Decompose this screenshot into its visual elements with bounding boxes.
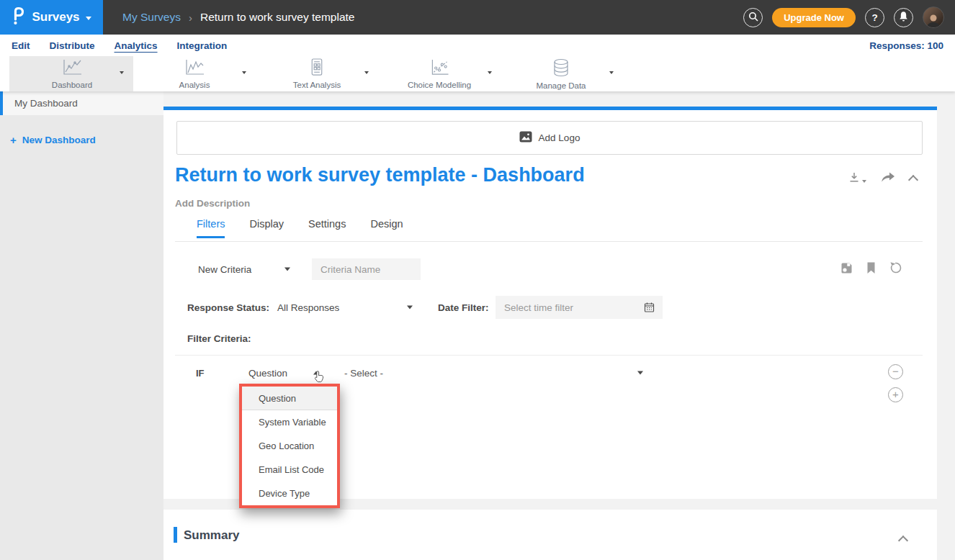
dropdown-option-geo-location[interactable]: Geo Location (242, 434, 337, 458)
criteria-type-dropdown[interactable]: New Criteria (198, 264, 251, 275)
add-description-button[interactable]: Add Description (175, 198, 250, 209)
reset-icon (889, 264, 902, 276)
tab-design[interactable]: Design (370, 218, 403, 238)
collapse-panel-button[interactable] (910, 173, 917, 186)
responses-count: Responses: 100 (869, 40, 943, 51)
chevron-down-icon (86, 17, 91, 20)
condition-row: IF Question - Select - (163, 362, 937, 384)
summary-title: Summary (184, 528, 239, 543)
add-condition-button[interactable]: + (888, 387, 903, 402)
response-status-dropdown[interactable]: All Responses (277, 302, 339, 313)
chevron-down-icon[interactable] (407, 306, 413, 310)
app-name-label: Surveys (32, 10, 79, 24)
operand-dropdown[interactable]: - Select - (344, 368, 383, 379)
criteria-name-input[interactable] (312, 258, 421, 280)
toolbar-item-dashboard[interactable]: Dashboard (22, 56, 122, 91)
chevron-down-icon (862, 180, 866, 183)
add-logo-label: Add Logo (539, 132, 580, 143)
choice-modelling-dropdown-caret-icon[interactable] (488, 71, 492, 74)
text-grid-icon (310, 58, 324, 80)
line-chart-icon (183, 59, 206, 80)
breadcrumb: My Surveys › Return to work survey templ… (122, 11, 354, 24)
remove-condition-button[interactable]: − (888, 364, 903, 379)
toolbar-item-text-analysis[interactable]: Text Analysis (266, 56, 367, 91)
menu-item-integration[interactable]: Integration (177, 40, 228, 51)
download-button[interactable] (848, 172, 866, 186)
line-chart-icon (60, 59, 84, 80)
dropdown-option-question[interactable]: Question (242, 387, 337, 410)
menu-item-edit[interactable]: Edit (12, 40, 30, 51)
toolbar-item-choice-modelling[interactable]: Choice Modelling (389, 56, 490, 91)
field-type-dropdown[interactable]: Question (248, 368, 287, 379)
person-icon (925, 13, 941, 27)
save-criteria-button[interactable] (840, 262, 853, 277)
date-filter-input[interactable] (496, 296, 663, 319)
bookmark-icon (866, 264, 876, 276)
toolbar-item-label: Text Analysis (293, 81, 341, 89)
search-icon (748, 12, 758, 24)
tab-settings[interactable]: Settings (308, 218, 346, 238)
summary-accent-bar (174, 527, 177, 543)
analytics-toolbar: Dashboard Analysis (0, 56, 955, 91)
top-header: Surveys My Surveys › Return to work surv… (0, 0, 955, 35)
sidebar-item-my-dashboard[interactable]: My Dashboard (0, 91, 163, 115)
questionpro-p-icon (12, 5, 26, 30)
user-avatar[interactable] (923, 6, 944, 28)
criteria-actions (840, 261, 902, 277)
toolbar-item-analysis[interactable]: Analysis (144, 56, 245, 91)
tab-filters[interactable]: Filters (197, 218, 225, 238)
dashboard-sidebar: My Dashboard + New Dashboard (0, 91, 163, 560)
new-dashboard-button[interactable]: + New Dashboard (10, 134, 163, 146)
notifications-button[interactable] (894, 8, 913, 27)
dropdown-option-device-type[interactable]: Device Type (242, 482, 337, 505)
bookmark-criteria-button[interactable] (866, 262, 876, 277)
toolbar-item-label: Manage Data (536, 81, 586, 90)
breadcrumb-separator: › (189, 12, 192, 24)
toolbar-item-label: Choice Modelling (408, 81, 471, 89)
toolbar-item-manage-data[interactable]: Manage Data (511, 56, 611, 91)
menu-item-analytics[interactable]: Analytics (115, 40, 158, 51)
download-icon (848, 172, 860, 186)
scatter-chart-icon (429, 59, 450, 80)
dashboard-dropdown-caret-icon[interactable] (120, 71, 124, 74)
analysis-dropdown-caret-icon[interactable] (242, 71, 246, 74)
search-button[interactable] (743, 8, 763, 27)
image-icon (519, 131, 532, 145)
text-analysis-dropdown-caret-icon[interactable] (364, 71, 369, 74)
chevron-down-icon[interactable] (284, 268, 290, 271)
breadcrumb-current: Return to work survey template (200, 11, 355, 24)
menu-item-distribute[interactable]: Distribute (50, 40, 95, 51)
plus-icon: + (10, 134, 17, 146)
brand-logo[interactable]: Surveys (0, 0, 103, 35)
tabs-divider (175, 241, 923, 242)
chevron-down-icon[interactable] (637, 371, 643, 375)
manage-data-dropdown-caret-icon[interactable] (609, 71, 614, 74)
title-actions (848, 171, 917, 186)
tab-display[interactable]: Display (249, 218, 284, 238)
save-icon (840, 264, 853, 276)
dropdown-option-system-variable[interactable]: System Variable (242, 410, 337, 434)
add-logo-button[interactable]: Add Logo (176, 121, 923, 155)
database-icon (552, 58, 570, 81)
app-root: Surveys My Surveys › Return to work surv… (0, 0, 955, 560)
chevron-up-icon (908, 175, 918, 185)
dropdown-option-email-list-code[interactable]: Email List Code (242, 458, 337, 482)
chevron-up-icon[interactable] (313, 371, 319, 375)
date-filter-label: Date Filter: (438, 302, 489, 313)
header-actions: Upgrade Now ? (743, 6, 955, 28)
field-type-dropdown-menu: Question System Variable Geo Location Em… (239, 384, 340, 508)
page-title: Return to work survey template - Dashboa… (175, 164, 585, 186)
reset-criteria-button[interactable] (889, 261, 902, 277)
filter-criteria-label: Filter Criteria: (187, 333, 251, 344)
bell-icon (898, 11, 909, 24)
share-button[interactable] (881, 172, 895, 186)
upgrade-now-button[interactable]: Upgrade Now (772, 8, 856, 27)
toolbar-item-label: Dashboard (52, 81, 92, 89)
settings-tabs: Filters Display Settings Design (197, 218, 403, 238)
calendar-icon[interactable] (644, 302, 655, 316)
section-divider (175, 355, 923, 356)
response-status-label: Response Status: (187, 302, 269, 313)
summary-collapse-button[interactable] (900, 534, 907, 547)
breadcrumb-my-surveys[interactable]: My Surveys (122, 11, 181, 24)
help-button[interactable]: ? (865, 8, 884, 27)
